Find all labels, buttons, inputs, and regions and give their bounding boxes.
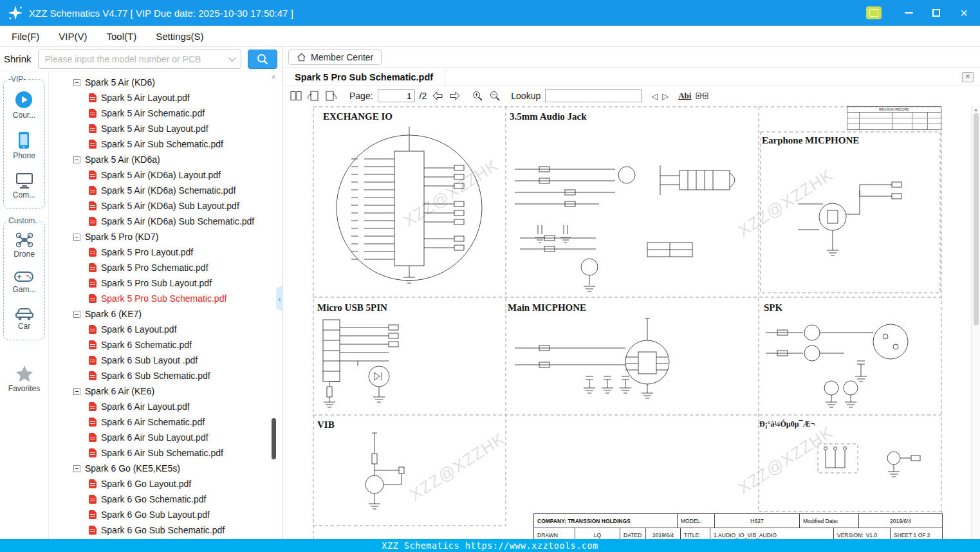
close-button[interactable]: ×	[953, 4, 975, 22]
tree-file-row[interactable]: Spark 5 Pro Sub Layout.pdf	[49, 275, 282, 291]
shrink-button[interactable]: Shrink	[4, 53, 32, 64]
tree-file-row[interactable]: Spark 6 Air Sub Layout.pdf	[49, 430, 282, 445]
menu-tool[interactable]: Tool(T)	[107, 31, 137, 42]
collapse-minus-icon[interactable]	[73, 465, 80, 472]
maximize-button[interactable]	[925, 4, 947, 22]
tree-file-label: Spark 6 Air Sub Layout.pdf	[101, 432, 208, 443]
prev-match-icon[interactable]: ◁	[651, 91, 658, 101]
rotate-ccw-icon[interactable]	[307, 89, 320, 102]
tree-file-row[interactable]: Spark 5 Pro Schematic.pdf	[49, 260, 282, 275]
lookup-label: Lookup	[511, 91, 541, 101]
section-title-earphone-mic: Earphone MICPHONE	[762, 135, 859, 146]
close-document-icon[interactable]: ×	[962, 72, 974, 82]
member-center-button[interactable]: Member Center	[288, 50, 382, 65]
sidebar-item-course[interactable]: Cour...	[13, 90, 35, 120]
scroll-up-icon[interactable]: ∧	[270, 73, 277, 80]
tree-file-row[interactable]: Spark 6 Air Layout.pdf	[49, 399, 282, 414]
scroll-up-icon[interactable]: ▲	[972, 107, 980, 113]
tree-file-row[interactable]: Spark 6 Go Sub Layout.pdf	[49, 507, 282, 522]
tree-file-label: Spark 6 Layout.pdf	[101, 324, 177, 335]
tree-file-row[interactable]: Spark 5 Air (KD6a) Sub Schematic.pdf	[49, 214, 282, 229]
tree-file-row[interactable]: Spark 6 Air Sub Schematic.pdf	[49, 445, 282, 461]
text-select-icon[interactable]: Abi	[678, 91, 691, 101]
collapse-minus-icon[interactable]	[73, 388, 80, 395]
tree-file-label: Spark 5 Air Schematic.pdf	[101, 108, 205, 118]
sidebar-item-drone[interactable]: Drone	[14, 232, 35, 259]
search-input[interactable]	[38, 50, 241, 69]
tree-file-label: Spark 5 Air Sub Schematic.pdf	[101, 139, 223, 149]
tree-group-row[interactable]: Spark 5 Air (KD6a)	[49, 152, 282, 167]
collapse-minus-icon[interactable]	[73, 311, 80, 318]
tree-file-row[interactable]: Spark 5 Pro Layout.pdf	[49, 244, 282, 260]
panel-collapse-handle[interactable]: ‹	[276, 286, 283, 311]
tree-group-row[interactable]: Spark 6 (KE7)	[49, 306, 282, 322]
tree-scrollbar-thumb[interactable]	[272, 418, 276, 459]
page-number-input[interactable]	[378, 89, 415, 102]
vip-badge-icon[interactable]	[866, 6, 882, 19]
tree-group-row[interactable]: Spark 6 Air (KE6)	[49, 383, 282, 399]
tree-file-row[interactable]: Spark 6 Sub Schematic.pdf	[49, 368, 282, 383]
tree-file-label: Spark 6 Schematic.pdf	[101, 340, 192, 350]
titleblock-dated-value: 2019/6/4	[646, 528, 681, 539]
tree-file-label: Spark 5 Air Layout.pdf	[101, 93, 190, 103]
tree-file-row[interactable]: Spark 6 Go Sub Schematic.pdf	[49, 522, 282, 538]
next-match-icon[interactable]: ▷	[662, 91, 669, 101]
rotate-cw-icon[interactable]	[324, 89, 337, 102]
menu-settings[interactable]: Settings(S)	[156, 31, 203, 42]
statusbar-text: XZZ Schematics https://www.xzztools.com	[382, 540, 598, 551]
sidebar-item-computer[interactable]: Com...	[13, 171, 35, 199]
minimize-button[interactable]	[898, 4, 920, 22]
tree-file-row[interactable]: Spark 6 Layout.pdf	[49, 322, 282, 337]
tree-file-row[interactable]: Spark 6 Go Schematic.pdf	[49, 492, 282, 507]
collapse-minus-icon[interactable]	[73, 79, 80, 86]
file-tree: Spark 5 Air (KD6) Spark 5 Air Layout.pdf…	[49, 71, 282, 539]
double-page-icon[interactable]	[290, 89, 302, 102]
tree-group-row[interactable]: Spark 6 Go (KE5,KE5s)	[49, 461, 282, 476]
tree-file-row[interactable]: Spark 6 Air Schematic.pdf	[49, 414, 282, 430]
tree-group-row[interactable]: Spark 5 Air (KD6)	[49, 75, 282, 90]
sidebar-item-label: Gam...	[12, 285, 35, 294]
search-row: Shrink	[0, 47, 282, 71]
panels: -VIP- Cour...	[0, 71, 282, 539]
sidebar-item-car[interactable]: Car	[14, 305, 35, 331]
section-title-vib: VIB	[317, 419, 335, 430]
zoom-in-icon[interactable]	[471, 89, 484, 102]
zoom-out-icon[interactable]	[488, 89, 501, 102]
tree-group-row[interactable]: Spark 5 Pro (KD7)	[49, 229, 282, 244]
tree-file-row[interactable]: Spark 5 Air Sub Schematic.pdf	[49, 136, 282, 152]
collapse-minus-icon[interactable]	[73, 156, 80, 163]
tree-file-row[interactable]: Spark 5 Air Schematic.pdf	[49, 106, 282, 121]
sidebar-item-phone[interactable]: Phone	[13, 131, 35, 160]
menu-file[interactable]: File(F)	[12, 31, 39, 42]
tree-file-row-selected[interactable]: Spark 5 Pro Sub Schematic.pdf	[49, 291, 282, 306]
prev-page-icon[interactable]	[431, 89, 444, 102]
tree-file-row[interactable]: Spark 6 Sub Layout .pdf	[49, 353, 282, 368]
titleblock: COMPANY: TRANSSION HOLDINGS MODEL: H627 …	[533, 513, 943, 539]
titleblock-company: COMPANY: TRANSSION HOLDINGS	[534, 514, 678, 528]
collapse-minus-icon[interactable]	[73, 234, 80, 241]
pdf-file-icon	[89, 340, 97, 349]
pdf-scrollbar-thumb[interactable]	[974, 113, 979, 326]
tree-file-row[interactable]: Spark 5 Air (KD6a) Layout.pdf	[49, 167, 282, 183]
lookup-input[interactable]	[545, 89, 642, 102]
menu-vip[interactable]: VIP(V)	[59, 31, 87, 42]
pdf-file-icon	[89, 279, 97, 288]
tree-file-row[interactable]: Spark 6 Go Layout.pdf	[49, 476, 282, 492]
tab-document[interactable]: Spark 5 Pro Sub Schematic.pdf	[283, 68, 445, 86]
sidebar-item-game[interactable]: Gam...	[12, 270, 35, 294]
sidebar-item-favorites[interactable]: Favorites	[0, 365, 48, 393]
tree-file-row[interactable]: Spark 5 Air (KD6a) Schematic.pdf	[49, 183, 282, 198]
pdf-file-icon	[89, 495, 97, 504]
tree-file-row[interactable]: Spark 6 Schematic.pdf	[49, 337, 282, 353]
pdf-page[interactable]: XZZ@XZZHK XZZ@XZZHK XZZ@XZZHK XZZ@XZZHK …	[313, 106, 943, 539]
tree-file-row[interactable]: Spark 5 Air Sub Layout.pdf	[49, 121, 282, 136]
next-page-icon[interactable]	[448, 89, 461, 102]
search-button[interactable]	[248, 50, 277, 69]
close-icon: ×	[960, 6, 968, 19]
titleblock-modified-label: Modified Date:	[800, 514, 859, 528]
tree-file-label: Spark 5 Air (KD6a) Sub Schematic.pdf	[101, 216, 254, 226]
tree-file-row[interactable]: Spark 5 Air (KD6a) Sub Layout.pdf	[49, 198, 282, 214]
search-view-icon[interactable]	[696, 89, 708, 102]
pdf-scrollbar[interactable]: ▲	[971, 106, 980, 539]
tree-file-row[interactable]: Spark 5 Air Layout.pdf	[49, 90, 282, 106]
